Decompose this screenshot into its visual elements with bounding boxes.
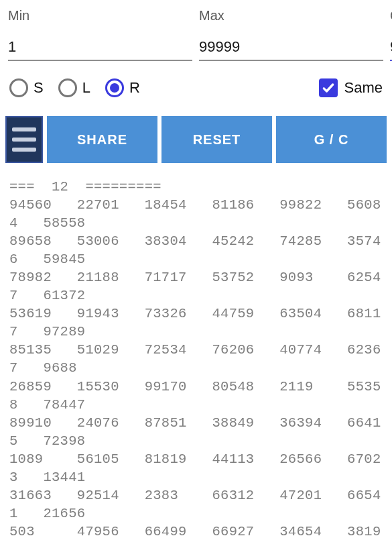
share-button[interactable]: SHARE — [47, 116, 157, 163]
reset-button[interactable]: RESET — [161, 116, 272, 163]
min-input[interactable] — [8, 36, 192, 61]
checkbox-same-icon — [319, 78, 338, 97]
radio-r[interactable]: R — [105, 78, 140, 97]
max-input[interactable] — [199, 36, 383, 61]
radio-s-icon — [9, 78, 28, 97]
radio-l-label: L — [82, 79, 90, 97]
output-display: === 12 ========= 94560 22701 18454 81186… — [0, 163, 392, 538]
min-label: Min — [8, 8, 192, 23]
menu-button[interactable] — [5, 116, 43, 163]
radio-s[interactable]: S — [9, 78, 44, 97]
max-label: Max — [199, 8, 383, 23]
radio-s-label: S — [34, 79, 44, 97]
radio-r-icon — [105, 78, 124, 97]
menu-icon — [12, 127, 36, 152]
radio-r-label: R — [129, 79, 140, 97]
radio-l[interactable]: L — [58, 78, 90, 97]
radio-l-icon — [58, 78, 77, 97]
gc-button[interactable]: G / C — [276, 116, 387, 163]
checkbox-same[interactable]: Same — [319, 78, 383, 97]
checkbox-same-label: Same — [344, 79, 383, 97]
